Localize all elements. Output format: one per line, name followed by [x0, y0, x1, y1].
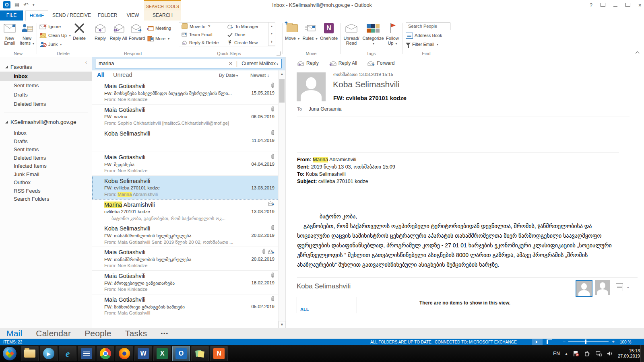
zoom-slider[interactable]: [568, 341, 609, 342]
nav-mail[interactable]: Mail: [6, 329, 22, 338]
taskbar-media-player[interactable]: ▶: [40, 346, 58, 361]
email-list-item[interactable]: Maia Gotiashvili FW: პროფესიული განვითარ…: [92, 271, 279, 294]
folder-item[interactable]: Junk Email: [0, 171, 92, 179]
reply-all-link[interactable]: Reply All: [329, 60, 357, 66]
restore-icon[interactable]: [625, 3, 630, 7]
sort-by-date-dropdown[interactable]: By Date: [219, 73, 238, 78]
search-scope-dropdown[interactable]: Current Mailbox: [237, 61, 281, 66]
reading-view-icon[interactable]: [544, 339, 555, 345]
tab-search[interactable]: SEARCH: [144, 10, 181, 21]
reply-all-button[interactable]: Reply All: [109, 22, 127, 41]
zoom-out-icon[interactable]: −: [563, 339, 566, 345]
help-icon[interactable]: ?: [590, 2, 592, 8]
reply-button[interactable]: Reply: [92, 22, 109, 41]
ignore-button[interactable]: Ignore: [39, 23, 61, 31]
normal-view-icon[interactable]: [532, 339, 543, 345]
taskbar-internet-explorer[interactable]: e: [59, 346, 76, 361]
minimize-icon[interactable]: [613, 6, 617, 7]
folder-item[interactable]: Deleted Items: [0, 154, 92, 162]
sort-newest[interactable]: Newest ↓: [250, 73, 269, 78]
zoom-in-icon[interactable]: +: [612, 339, 615, 345]
junk-button[interactable]: Junk: [39, 40, 62, 48]
minimize-folder-pane-icon[interactable]: ‹: [85, 60, 87, 65]
tab-folder[interactable]: FOLDER: [95, 10, 120, 21]
move-button[interactable]: Move: [284, 22, 300, 41]
quick-step-create-new[interactable]: Create New: [227, 39, 258, 47]
taskbar-chrome[interactable]: [97, 346, 114, 361]
clean-up-button[interactable]: Clean Up: [39, 31, 71, 39]
reply-link[interactable]: Reply: [297, 60, 319, 66]
collapse-ribbon-icon[interactable]: [636, 51, 639, 54]
account-header[interactable]: KSelimashvili@moh.gov.ge: [0, 117, 92, 127]
quick-steps-dialog-launcher[interactable]: [277, 51, 281, 56]
email-list-item[interactable]: Marina Abramishvili cvlileba 270101 kodz…: [92, 200, 279, 223]
tab-file[interactable]: FILE: [0, 10, 23, 21]
search-people-input[interactable]: Search People: [406, 23, 450, 30]
search-box[interactable]: ✕ | Current Mailbox: [95, 59, 282, 68]
nav-tasks[interactable]: Tasks: [125, 329, 147, 338]
taskbar-word[interactable]: W: [134, 346, 152, 361]
folder-item[interactable]: Infected Items: [0, 162, 92, 171]
language-indicator[interactable]: EN: [553, 351, 560, 356]
quick-step-done[interactable]: Done: [227, 31, 245, 39]
email-list-item[interactable]: Maia Gotiashvili FW: მიზნობრივი გრანტები…: [92, 294, 279, 318]
rules-button[interactable]: Rules: [302, 22, 318, 41]
quick-step-team-email[interactable]: Team Email: [182, 31, 212, 39]
taskbar-notes[interactable]: [191, 346, 209, 361]
filter-all[interactable]: All: [97, 72, 105, 78]
volume-icon[interactable]: [607, 350, 613, 357]
quick-step-move-to[interactable]: Move to: ?: [182, 23, 210, 31]
people-pane-name[interactable]: Koba Selimashvili: [297, 282, 351, 290]
filter-email-button[interactable]: Filter Email: [406, 40, 438, 48]
clear-search-icon[interactable]: ✕: [225, 61, 236, 66]
zoom-percentage[interactable]: 100 %: [620, 340, 631, 344]
onenote-button[interactable]: N OneNote: [320, 22, 338, 41]
zoom-slider-thumb[interactable]: [585, 339, 586, 344]
show-desktop-button[interactable]: [640, 345, 644, 362]
network-icon[interactable]: [595, 350, 602, 357]
tray-clock[interactable]: 15:13 27.09.2019: [618, 348, 640, 359]
folder-item[interactable]: Inbox: [0, 129, 92, 138]
undo-icon[interactable]: ↶: [23, 1, 29, 8]
action-center-flag-icon[interactable]: [573, 350, 579, 357]
email-list-item[interactable]: Maia Gotiashvili FW: თანამშრომლობის ხელშ…: [92, 247, 279, 271]
scrollbar-thumb[interactable]: [279, 79, 285, 103]
nav-more-icon[interactable]: •••: [161, 331, 169, 337]
close-icon[interactable]: ×: [638, 2, 642, 8]
to-recipient[interactable]: Juna Gersamia: [309, 106, 341, 112]
new-email-button[interactable]: New Email: [1, 22, 18, 45]
folder-item[interactable]: Outbox: [0, 179, 92, 187]
taskbar-document-app[interactable]: [78, 346, 95, 361]
nav-calendar[interactable]: Calendar: [36, 329, 71, 338]
people-pane-chevron-icon[interactable]: ⌄: [626, 285, 630, 289]
folder-item[interactable]: Sent Items: [0, 81, 92, 90]
folder-item[interactable]: Sent Items: [0, 146, 92, 154]
message-sender[interactable]: Koba Selimashvili: [333, 80, 400, 89]
customize-qat-icon[interactable]: ▾: [33, 1, 35, 8]
people-source-icon[interactable]: [616, 283, 623, 291]
email-list-item[interactable]: Maia Gotiashvili FW: xazina From: Sophio…: [92, 105, 279, 128]
follow-up-button[interactable]: Follow Up: [384, 22, 401, 46]
folder-item[interactable]: Deleted Items: [0, 99, 92, 109]
tray-expand-icon[interactable]: ▲: [565, 352, 568, 356]
new-items-button[interactable]: New Items: [19, 22, 35, 46]
tab-home[interactable]: HOME: [25, 10, 48, 21]
delete-button[interactable]: Delete: [71, 22, 88, 41]
scroll-up-icon[interactable]: ▲: [279, 70, 285, 78]
more-respond-button[interactable]: More: [147, 35, 169, 43]
ribbon-display-options-icon[interactable]: [601, 3, 605, 7]
forward-button[interactable]: Forward: [128, 22, 146, 41]
taskbar-excel[interactable]: X: [153, 346, 171, 361]
nav-people[interactable]: People: [85, 329, 111, 338]
email-list-item[interactable]: Koba Selimashvili FW: cvlileba 270101 ko…: [92, 176, 279, 200]
tab-view[interactable]: VIEW: [122, 10, 143, 21]
tab-send-receive[interactable]: SEND / RECEIVE: [51, 10, 93, 21]
start-button[interactable]: [2, 346, 17, 361]
people-avatar[interactable]: [595, 280, 610, 295]
filter-unread[interactable]: Unread: [113, 72, 132, 78]
taskbar-file-explorer[interactable]: [21, 346, 39, 361]
email-list-item[interactable]: Koba Selimashvili FW: თანამშრომლობის ხელ…: [92, 223, 279, 247]
folder-item[interactable]: Inbox: [0, 72, 92, 81]
search-input[interactable]: [95, 60, 225, 67]
email-list-item[interactable]: Koba Selimashvili 11.04.2019: [92, 128, 279, 152]
